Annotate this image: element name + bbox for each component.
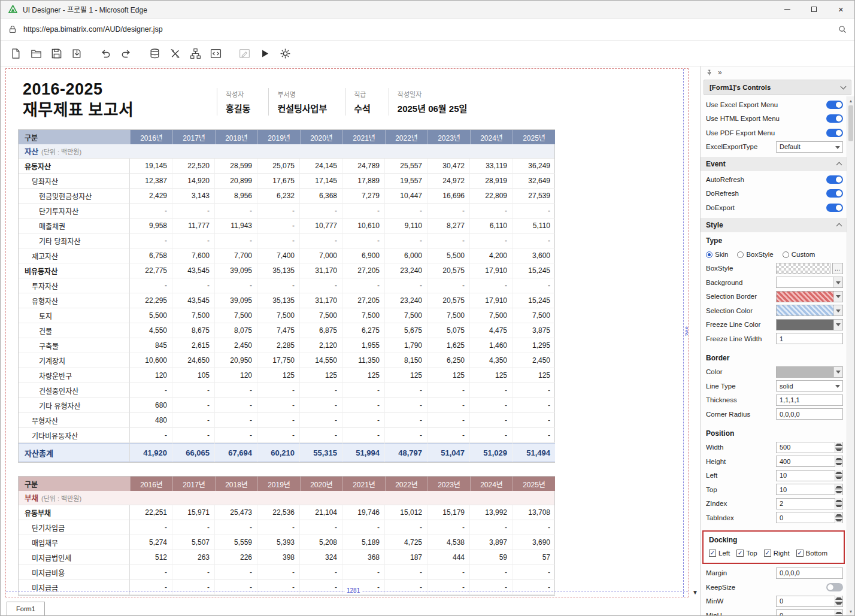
save-as-icon[interactable] — [69, 45, 84, 61]
freeze-line-color-color-picker[interactable] — [776, 319, 843, 330]
use-html-export-menu-toggle[interactable] — [826, 114, 843, 123]
boxstyle-more-button[interactable]: … — [832, 263, 843, 274]
color-color-picker[interactable] — [776, 366, 843, 378]
panel-scrollbar[interactable]: ▲ ▼ — [847, 96, 854, 615]
spin-up-icon[interactable] — [835, 484, 842, 489]
spin-up-icon[interactable] — [835, 596, 842, 601]
table-row[interactable]: 비유동자산22,77543,54539,09535,13531,17027,20… — [19, 263, 554, 278]
table-row[interactable]: 미지급비용---------- — [19, 565, 554, 580]
code-view-icon[interactable] — [208, 45, 223, 61]
table-row[interactable]: 단기차입금---------- — [19, 520, 554, 535]
table-row[interactable]: 재고자산6,7587,6007,7007,4007,0006,9006,0005… — [19, 248, 554, 263]
controls-dropdown[interactable]: [Form1]'s Controls — [704, 80, 851, 95]
height-spin-buttons[interactable] — [835, 456, 842, 466]
design-canvas[interactable]: 2016-2025 재무제표 보고서 작성자홍길동부서명컨설팅사업부직급수석작성… — [1, 66, 700, 615]
dorefresh-toggle[interactable] — [826, 189, 843, 198]
tools-icon[interactable] — [167, 45, 183, 61]
table-row[interactable]: 기타 당좌자산---------- — [19, 233, 554, 248]
height-stepper[interactable]: 400 — [776, 456, 843, 467]
settings-icon[interactable] — [277, 45, 293, 61]
scrollbar-thumb[interactable] — [848, 105, 853, 141]
page-security-icon[interactable] — [8, 25, 17, 34]
chevron-down-icon[interactable] — [833, 305, 842, 315]
table-row[interactable]: 매출채권9,95811,77711,943-10,77710,6109,1108… — [19, 219, 554, 233]
width-stepper[interactable]: 500 — [776, 442, 843, 453]
spin-down-icon[interactable] — [835, 615, 842, 615]
chevron-down-icon[interactable] — [833, 367, 842, 377]
open-folder-icon[interactable] — [28, 45, 44, 61]
minh-stepper[interactable]: 0 — [776, 609, 843, 615]
table-row[interactable]: 건물4,5508,6758,0757,4756,8756,2755,6755,0… — [19, 323, 554, 338]
edit-icon[interactable] — [237, 45, 252, 61]
dock-top[interactable]: ✓Top — [736, 550, 757, 557]
spin-up-icon[interactable] — [835, 499, 842, 503]
zindex-spin-buttons[interactable] — [835, 499, 842, 509]
section-event[interactable]: Event — [701, 157, 847, 171]
minw-spin-buttons[interactable] — [835, 596, 842, 606]
spin-up-icon[interactable] — [835, 512, 842, 517]
top-stepper[interactable]: 10 — [776, 484, 843, 495]
excelexporttype-select[interactable]: Default — [776, 141, 843, 153]
dock-bottom[interactable]: ✓Bottom — [796, 550, 827, 557]
table-row[interactable]: 매입채무5,2745,5075,5595,3935,2085,1894,7254… — [19, 535, 554, 550]
table-total-row[interactable]: 자산총계41,92066,06567,69460,21055,31551,994… — [19, 443, 554, 462]
zoom-search-icon[interactable] — [838, 25, 847, 34]
autorefresh-toggle[interactable] — [826, 175, 843, 184]
top-spin-buttons[interactable] — [835, 484, 842, 494]
left-stepper[interactable]: 10 — [776, 470, 843, 481]
margin-input[interactable]: 0,0,0,0 — [776, 568, 843, 579]
dock-right[interactable]: ✓Right — [764, 550, 790, 557]
chevron-down-icon[interactable] — [833, 277, 842, 287]
spin-up-icon[interactable] — [835, 456, 842, 461]
design-surface[interactable]: 2016-2025 재무제표 보고서 작성자홍길동부서명컨설팅사업부직급수석작성… — [5, 68, 689, 597]
table-row[interactable]: 미지급금---------- — [19, 580, 554, 595]
table-row[interactable]: 유동자산19,14522,52028,59925,07524,14524,789… — [19, 159, 554, 174]
table-row[interactable]: 무형자산480--------- — [19, 413, 554, 428]
table-row[interactable]: 구축물8452,6152,4502,2852,1201,9551,7901,62… — [19, 338, 554, 353]
table-row[interactable]: 건설중인자산---------- — [19, 383, 554, 398]
form-tab[interactable]: Form1 — [7, 602, 45, 615]
table-row[interactable]: 기타 유형자산680--------- — [19, 398, 554, 413]
line-type-select[interactable]: solid — [776, 380, 843, 392]
scroll-up-icon[interactable]: ▲ — [847, 96, 854, 105]
radio-skin[interactable]: Skin — [706, 251, 728, 258]
canvas-scroll-down-icon[interactable]: ▼ — [692, 589, 698, 596]
dock-left[interactable]: ✓Left — [709, 550, 730, 557]
chevron-down-icon[interactable] — [833, 320, 842, 330]
section-style[interactable]: Style — [701, 218, 847, 232]
spin-down-icon[interactable] — [835, 503, 842, 509]
table-row[interactable]: 유형자산22,29543,54539,09535,13531,17027,205… — [19, 293, 554, 308]
use-excel-export-menu-toggle[interactable] — [826, 101, 843, 109]
spin-up-icon[interactable] — [835, 471, 842, 475]
table-row[interactable]: 기타비유동자산---------- — [19, 428, 554, 443]
radio-boxstyle[interactable]: BoxStyle — [737, 251, 773, 258]
close-button[interactable]: × — [827, 1, 854, 19]
spin-down-icon[interactable] — [835, 601, 842, 606]
pin-icon[interactable] — [706, 69, 712, 76]
table-row[interactable]: 유동부채22,25115,97125,47322,53621,10419,746… — [19, 505, 554, 520]
thickness-input[interactable]: 1,1,1,1 — [776, 395, 843, 406]
background-color-picker[interactable] — [776, 277, 843, 288]
radio-custom[interactable]: Custom — [783, 251, 815, 258]
minh-spin-buttons[interactable] — [835, 610, 842, 615]
save-icon[interactable] — [48, 45, 64, 61]
redo-icon[interactable] — [118, 45, 134, 61]
minimize-button[interactable] — [774, 1, 801, 19]
tabindex-spin-buttons[interactable] — [835, 512, 842, 523]
scroll-down-icon[interactable]: ▼ — [847, 607, 854, 615]
selection-color-color-picker[interactable] — [776, 305, 843, 316]
tabindex-stepper[interactable]: 0 — [776, 512, 843, 523]
spin-up-icon[interactable] — [835, 442, 842, 447]
zindex-stepper[interactable]: 2 — [776, 498, 843, 509]
database-icon[interactable] — [147, 45, 162, 61]
address-url[interactable]: https://epa.bimatrix.com/AUD/designer.js… — [23, 25, 163, 34]
spin-down-icon[interactable] — [835, 517, 842, 523]
minw-stepper[interactable]: 0 — [776, 596, 843, 607]
corner-radius-input[interactable]: 0,0,0,0 — [776, 408, 843, 420]
selection-border-color-picker[interactable] — [776, 291, 843, 302]
spin-down-icon[interactable] — [835, 461, 842, 466]
table-row[interactable]: 미지급법인세5122632263983243681874445957 — [19, 550, 554, 565]
undo-icon[interactable] — [98, 45, 113, 61]
keepsize-toggle[interactable] — [826, 583, 843, 591]
table-row[interactable]: 현금및현금성자산2,4293,1438,9566,2326,3687,27910… — [19, 189, 554, 204]
